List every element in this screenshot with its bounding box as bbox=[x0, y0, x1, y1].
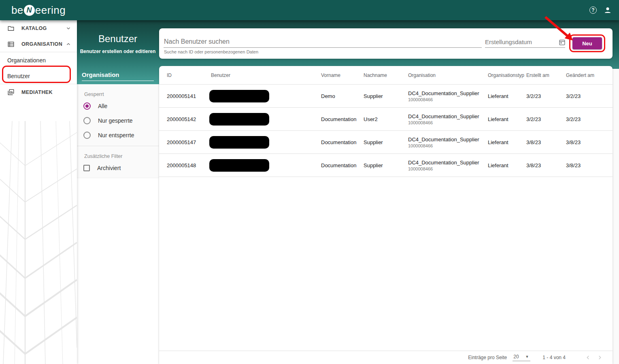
table-cell: 3/8/23 bbox=[566, 162, 613, 168]
folder-icon bbox=[7, 25, 15, 32]
gesperrt-radio-selected[interactable]: Alle bbox=[77, 99, 159, 113]
table-cell: User2 bbox=[364, 116, 408, 122]
radio-label: Nur gesperrte bbox=[98, 117, 133, 124]
table-cell: Lieferant bbox=[488, 116, 526, 122]
redacted-benutzer-value bbox=[209, 113, 269, 126]
redacted-benutzer-value bbox=[209, 90, 269, 102]
organisation-name: DC4_Documentation_Supplier bbox=[408, 136, 488, 143]
organisation-id: 1000008466 bbox=[408, 120, 488, 125]
radio-label: Alle bbox=[98, 103, 107, 109]
table-cell: 2000005142 bbox=[167, 116, 211, 122]
table-row[interactable]: 2000005141DemoSupplierDC4_Documentation_… bbox=[159, 85, 613, 108]
column-header: ID bbox=[167, 72, 211, 78]
filter-group-label: Gesperrt bbox=[77, 84, 159, 99]
previous-page-button[interactable] bbox=[583, 352, 594, 363]
chevron-up-icon bbox=[66, 41, 71, 47]
logo-text-pre: be bbox=[11, 4, 23, 17]
archiviert-checkbox[interactable] bbox=[83, 165, 90, 171]
users-table-card: IDBenutzerVornameNachnameOrganisationOrg… bbox=[159, 66, 613, 364]
archiviert-checkbox-row[interactable]: Archiviert bbox=[77, 161, 159, 171]
table-cell: DC4_Documentation_Supplier1000008466 bbox=[408, 160, 488, 171]
search-input[interactable] bbox=[164, 37, 480, 47]
sidebar-nav: KATALOG ORGANISATION Organizationen Benu… bbox=[0, 20, 77, 364]
app-window: beNeering ? bbox=[0, 0, 619, 364]
organisation-id: 1000008466 bbox=[408, 166, 488, 171]
filter-section-title: Organisation bbox=[82, 71, 119, 78]
table-cell: Demo bbox=[321, 93, 364, 99]
sidebar-item-label: ORGANISATION bbox=[21, 41, 62, 47]
brand-logo[interactable]: beNeering bbox=[0, 4, 77, 17]
page-subtitle: Benutzer erstellen oder editieren bbox=[77, 49, 159, 54]
sidebar-subitem-label: Organizationen bbox=[7, 57, 46, 64]
sidebar-item-label: KATALOG bbox=[21, 26, 47, 31]
building-background-image bbox=[0, 121, 77, 364]
creation-date-input[interactable] bbox=[485, 37, 554, 46]
table-cell: 3/2/23 bbox=[526, 93, 566, 99]
per-page-select[interactable]: 20 ▼ bbox=[513, 354, 530, 361]
dropdown-caret-icon: ▼ bbox=[525, 355, 529, 359]
organisation-name: DC4_Documentation_Supplier bbox=[408, 90, 488, 96]
gesperrt-radio-group: AlleNur gesperrteNur entsperrte bbox=[77, 99, 159, 143]
table-cell: Lieferant bbox=[488, 93, 526, 99]
radio-icon[interactable] bbox=[83, 117, 91, 124]
radio-icon[interactable] bbox=[83, 132, 91, 139]
per-page-value: 20 bbox=[513, 354, 519, 360]
radio-icon[interactable] bbox=[83, 102, 91, 110]
sidebar-item-benutzer[interactable]: Benutzer bbox=[0, 68, 77, 84]
gesperrt-radio-2[interactable]: Nur entsperrte bbox=[77, 128, 159, 143]
table-row[interactable]: 2000005148DocumentationSupplierDC4_Docum… bbox=[159, 154, 613, 177]
sidebar-item-organisation[interactable]: ORGANISATION bbox=[0, 36, 77, 52]
table-cell: Documentation bbox=[321, 162, 364, 168]
table-row[interactable]: 2000005142DocumentationUser2DC4_Document… bbox=[159, 108, 613, 131]
media-icon bbox=[7, 89, 15, 96]
table-cell: 2000005147 bbox=[167, 139, 211, 145]
new-user-button[interactable]: Neu bbox=[572, 37, 602, 49]
organisation-name: DC4_Documentation_Supplier bbox=[408, 113, 488, 119]
pagination-range: 1 - 4 von 4 bbox=[542, 355, 566, 360]
table-cell: Lieferant bbox=[488, 139, 526, 145]
pagination-bar: Einträge pro Seite 20 ▼ 1 - 4 von 4 bbox=[159, 351, 613, 364]
help-icon[interactable]: ? bbox=[589, 6, 597, 14]
top-navbar: beNeering ? bbox=[0, 0, 619, 20]
search-card: Suche nach ID oder personenbezogenen Dat… bbox=[159, 28, 613, 59]
per-page-label: Einträge pro Seite bbox=[468, 355, 507, 360]
filter-column: Gesperrt AlleNur gesperrteNur entsperrte… bbox=[77, 84, 159, 364]
sidebar-subitem-label: Benutzer bbox=[7, 73, 30, 79]
section-underline bbox=[82, 81, 154, 81]
organisation-icon bbox=[7, 40, 15, 48]
column-header: Erstellt am bbox=[526, 72, 566, 78]
table-cell bbox=[211, 113, 321, 126]
table-cell: 3/8/23 bbox=[526, 139, 566, 145]
page-header-panel: Benutzer Benutzer erstellen oder editier… bbox=[77, 20, 159, 84]
chevron-down-icon bbox=[66, 26, 71, 31]
table-header-row: IDBenutzerVornameNachnameOrganisationOrg… bbox=[159, 66, 613, 85]
table-cell: Supplier bbox=[364, 139, 408, 145]
right-margin bbox=[613, 69, 619, 84]
table-cell: 3/2/23 bbox=[566, 116, 613, 122]
table-row[interactable]: 2000005147DocumentationSupplierDC4_Docum… bbox=[159, 131, 613, 154]
column-header: Vorname bbox=[321, 72, 364, 78]
organisation-id: 1000008466 bbox=[408, 97, 488, 102]
calendar-icon[interactable] bbox=[559, 39, 566, 47]
table-cell: Supplier bbox=[364, 93, 408, 99]
organisation-name: DC4_Documentation_Supplier bbox=[408, 160, 488, 166]
search-underline bbox=[164, 47, 482, 48]
gesperrt-radio-1[interactable]: Nur gesperrte bbox=[77, 113, 159, 128]
sidebar-item-mediathek[interactable]: MEDIATHEK bbox=[0, 84, 77, 100]
sidebar-item-katalog[interactable]: KATALOG bbox=[0, 20, 77, 36]
table-cell: DC4_Documentation_Supplier1000008466 bbox=[408, 136, 488, 148]
table-cell: 3/8/23 bbox=[566, 139, 613, 145]
table-cell bbox=[211, 90, 321, 102]
redacted-benutzer-value bbox=[209, 159, 269, 172]
table-cell: Documentation bbox=[321, 139, 364, 145]
sidebar-item-organizationen[interactable]: Organizationen bbox=[0, 52, 77, 68]
account-icon[interactable] bbox=[604, 6, 612, 14]
next-page-button[interactable] bbox=[594, 352, 605, 363]
column-header: Organisationstyp bbox=[488, 72, 526, 78]
table-cell: 3/2/23 bbox=[566, 93, 613, 99]
table-cell: 3/2/23 bbox=[526, 116, 566, 122]
page-title: Benutzer bbox=[77, 33, 159, 45]
search-helper-text: Suche nach ID oder personenbezogenen Dat… bbox=[164, 49, 258, 54]
extra-filter-label: Zusätzliche Filter bbox=[77, 146, 159, 161]
table-cell: 3/8/23 bbox=[526, 162, 566, 168]
